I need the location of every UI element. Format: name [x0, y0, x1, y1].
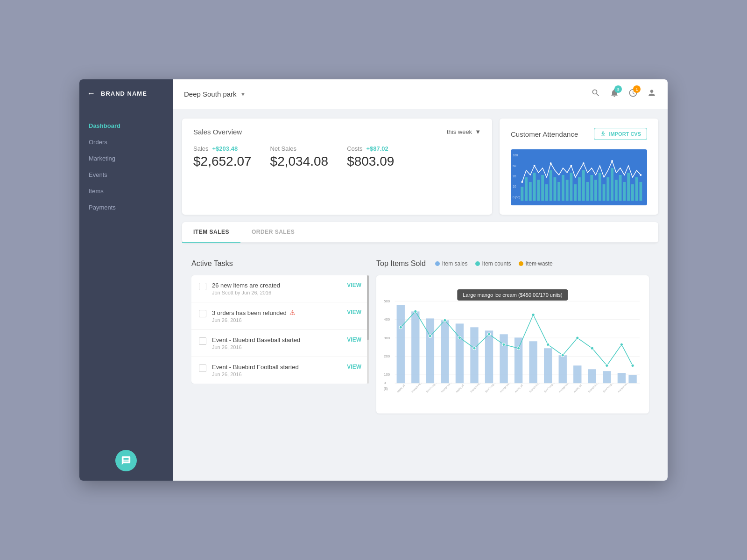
- svg-rect-17: [570, 173, 573, 201]
- tab-item-sales[interactable]: ITEM SALES: [182, 222, 240, 243]
- svg-point-84: [576, 336, 579, 339]
- svg-rect-15: [562, 175, 564, 201]
- svg-rect-69: [603, 371, 611, 383]
- svg-rect-64: [529, 341, 537, 383]
- tab-order-sales[interactable]: ORDER SALES: [240, 222, 306, 243]
- net-sales-header: Net Sales: [270, 145, 329, 152]
- svg-rect-65: [544, 348, 552, 383]
- metric-net-sales: Net Sales $2,034.08: [270, 145, 329, 169]
- sidebar-item-items[interactable]: Items: [79, 183, 173, 199]
- task-content-2: 3 orders has been refunded ⚠ Jun 26, 201…: [212, 309, 341, 323]
- topbar: Deep South park ▼ 3 1: [173, 79, 668, 109]
- svg-rect-32: [631, 184, 634, 201]
- svg-rect-13: [553, 177, 556, 201]
- user-icon[interactable]: [647, 88, 656, 100]
- sidebar-item-dashboard[interactable]: Dashboard: [79, 118, 173, 134]
- task-item-2: 3 orders has been refunded ⚠ Jun 26, 201…: [191, 302, 369, 330]
- task-title-1: 26 new items are created: [212, 282, 341, 289]
- svg-point-37: [550, 162, 552, 164]
- svg-rect-61: [485, 330, 493, 383]
- task-checkbox-4[interactable]: [199, 364, 206, 372]
- sales-overview-card: Sales Overview this week ▼ Sales +$203.4…: [182, 119, 492, 215]
- costs-label: Costs: [347, 145, 362, 152]
- search-icon[interactable]: [591, 88, 600, 100]
- sidebar-item-events[interactable]: Events: [79, 167, 173, 183]
- svg-point-40: [611, 160, 613, 162]
- svg-text:20: 20: [513, 175, 516, 178]
- legend-item-sales: Item sales: [435, 260, 468, 267]
- task-date-4: Jun 26, 2016: [212, 371, 341, 377]
- nav-menu: Dashboard Orders Marketing Events Items …: [79, 108, 173, 441]
- svg-point-74: [429, 335, 431, 337]
- sidebar: ← BRAND NAME Dashboard Orders Marketing …: [79, 79, 173, 481]
- svg-point-85: [591, 347, 593, 350]
- sidebar-item-marketing[interactable]: Marketing: [79, 150, 173, 167]
- sales-header: Sales +$203.48: [193, 145, 252, 152]
- task-date-3: Jun 26, 2016: [212, 344, 341, 350]
- location-selector[interactable]: Deep South park ▼: [184, 90, 246, 98]
- svg-point-38: [571, 165, 572, 167]
- sidebar-item-orders[interactable]: Orders: [79, 134, 173, 150]
- sales-metrics: Sales +$203.48 $2,652.07 Net Sales $2,03…: [193, 145, 481, 169]
- view-button-4[interactable]: VIEW: [347, 364, 361, 370]
- svg-rect-9: [537, 180, 540, 201]
- svg-point-36: [534, 165, 536, 167]
- sales-card-header: Sales Overview this week ▼: [193, 128, 481, 136]
- chart-header: Top Items Sold Item sales Item counts: [376, 259, 649, 268]
- svg-text:100: 100: [513, 154, 518, 157]
- sales-value: $2,652.07: [193, 154, 252, 169]
- svg-point-79: [502, 343, 505, 346]
- view-button-1[interactable]: VIEW: [347, 282, 361, 288]
- scroll-thumb[interactable]: [367, 275, 369, 340]
- brand-name: BRAND NAME: [101, 90, 147, 97]
- import-cvs-button[interactable]: IMPORT CVS: [594, 128, 647, 140]
- costs-header: Costs +$87.02: [347, 145, 394, 152]
- dashboard-body: Sales Overview this week ▼ Sales +$203.4…: [173, 109, 668, 481]
- task-checkbox-2[interactable]: [199, 310, 206, 317]
- legend-dot-sales: [435, 261, 440, 266]
- svg-point-83: [561, 354, 564, 357]
- svg-rect-62: [500, 334, 507, 383]
- clock-icon[interactable]: 1: [628, 88, 638, 100]
- svg-point-82: [547, 343, 550, 346]
- main-content: Deep South park ▼ 3 1: [173, 79, 668, 481]
- task-title-3: Event - Bluebird Baseball started: [212, 336, 341, 343]
- legend-dot-counts: [475, 261, 480, 266]
- view-button-2[interactable]: VIEW: [347, 309, 361, 315]
- chat-fab-button[interactable]: [115, 450, 137, 471]
- scroll-bar: [367, 275, 369, 384]
- period-label: this week: [447, 128, 472, 135]
- attendance-card-header: Customer Attendance IMPORT CVS: [511, 128, 647, 140]
- tasks-panel: Active Tasks 26 new items are created Jo…: [191, 259, 369, 413]
- svg-rect-26: [606, 177, 609, 201]
- view-button-3[interactable]: VIEW: [347, 336, 361, 343]
- task-checkbox-3[interactable]: [199, 337, 206, 345]
- svg-rect-30: [623, 182, 626, 201]
- legend-dot-waste: [519, 261, 523, 266]
- svg-rect-11: [545, 184, 548, 201]
- task-checkbox-1[interactable]: [199, 283, 206, 290]
- task-content-1: 26 new items are created Jon Scott by Ju…: [212, 282, 341, 295]
- task-content-3: Event - Bluebird Baseball started Jun 26…: [212, 336, 341, 350]
- svg-point-81: [532, 313, 535, 316]
- svg-rect-71: [628, 375, 636, 383]
- svg-rect-67: [573, 365, 581, 383]
- tabs-header: ITEM SALES ORDER SALES: [182, 222, 658, 243]
- task-list: 26 new items are created Jon Scott by Ju…: [191, 275, 369, 384]
- sidebar-item-payments[interactable]: Payments: [79, 199, 173, 216]
- back-arrow-icon[interactable]: ←: [87, 89, 95, 98]
- task-title-4: Event - Bluebird Football started: [212, 364, 341, 371]
- svg-rect-27: [611, 168, 613, 201]
- svg-rect-34: [639, 182, 642, 201]
- svg-rect-68: [588, 369, 596, 383]
- svg-rect-6: [525, 177, 528, 201]
- svg-point-39: [583, 162, 585, 164]
- period-selector[interactable]: this week ▼: [447, 128, 481, 135]
- task-item-4: Event - Bluebird Football started Jun 26…: [191, 357, 369, 384]
- svg-text:apple_all: apple_all: [455, 384, 465, 393]
- notification-icon[interactable]: 3: [610, 88, 619, 100]
- svg-rect-55: [397, 305, 405, 383]
- svg-point-73: [414, 310, 417, 313]
- svg-text:500: 500: [384, 299, 390, 303]
- svg-rect-21: [586, 182, 589, 201]
